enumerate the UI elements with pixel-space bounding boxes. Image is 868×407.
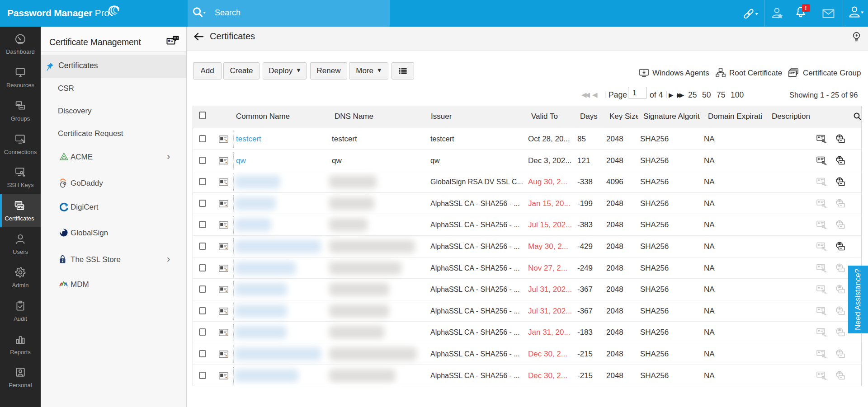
svg-text:!: !: [805, 5, 807, 11]
